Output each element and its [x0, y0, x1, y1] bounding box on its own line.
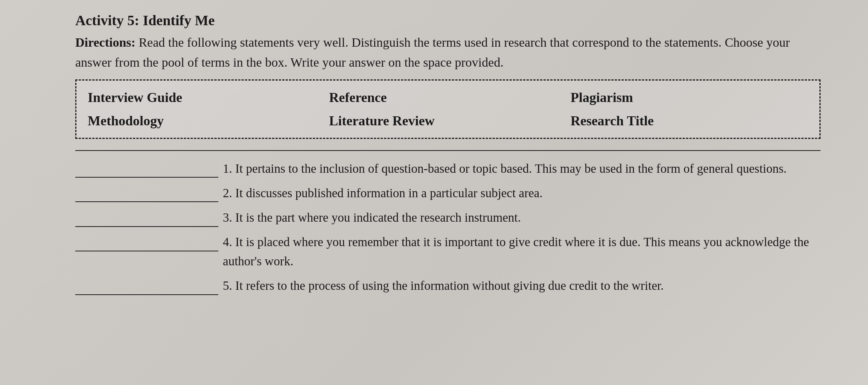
term-literature-review: Literature Review — [329, 111, 563, 131]
directions-label: Directions: — [75, 35, 136, 49]
question-text-4: 4. It is placed where you remember that … — [223, 233, 821, 271]
directions-text: Read the following statements very well.… — [75, 35, 790, 69]
question-text-5: 5. It refers to the process of using the… — [223, 276, 821, 295]
term-reference: Reference — [329, 87, 563, 108]
directions-block: Directions: Read the following statement… — [75, 33, 828, 72]
questions-section: 1. It pertains to the inclusion of quest… — [75, 159, 821, 296]
question-text-1: 1. It pertains to the inclusion of quest… — [223, 159, 821, 178]
question-text-3: 3. It is the part where you indicated th… — [223, 208, 821, 227]
question-row-4: 4. It is placed where you remember that … — [75, 233, 821, 271]
answer-line-4 — [75, 233, 218, 251]
term-interview-guide: Interview Guide — [88, 87, 321, 108]
page-container: Activity 5: Identify Me Directions: Read… — [0, 0, 868, 385]
terms-box: Interview Guide Reference Plagiarism Met… — [75, 79, 821, 139]
answer-line-2 — [75, 184, 218, 202]
term-methodology: Methodology — [88, 111, 321, 131]
question-text-2: 2. It discusses published information in… — [223, 184, 821, 203]
term-research-title: Research Title — [571, 111, 804, 131]
answer-line-1 — [75, 159, 218, 178]
question-row-3: 3. It is the part where you indicated th… — [75, 208, 821, 227]
answer-line-3 — [75, 208, 218, 227]
activity-title: Activity 5: Identify Me — [75, 11, 845, 30]
separator-line — [75, 150, 821, 151]
question-row-1: 1. It pertains to the inclusion of quest… — [75, 159, 821, 178]
term-plagiarism: Plagiarism — [571, 87, 804, 108]
answer-line-5 — [75, 276, 218, 295]
question-row-2: 2. It discusses published information in… — [75, 184, 821, 203]
question-row-5: 5. It refers to the process of using the… — [75, 276, 821, 295]
